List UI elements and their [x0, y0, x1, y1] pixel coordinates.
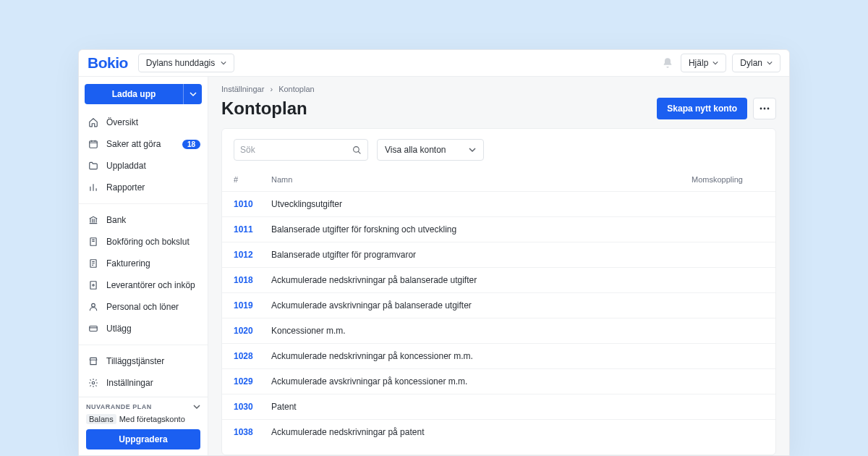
account-number: 1028	[234, 351, 271, 361]
filters: Visa alla konton	[222, 129, 775, 171]
sidebar-item-label: Översikt	[106, 117, 138, 127]
account-filter-select[interactable]: Visa alla konton	[377, 139, 484, 161]
sidebar-item-label: Bokföring och bokslut	[106, 237, 190, 247]
table-row[interactable]: 1020Koncessioner m.m.	[222, 318, 775, 343]
search-input[interactable]	[240, 145, 352, 155]
account-name: Ackumulerade avskrivningar på koncession…	[271, 376, 764, 387]
sidebar-item-expenses[interactable]: Utlägg	[79, 318, 208, 339]
sidebar-item-reports[interactable]: Rapporter	[79, 177, 208, 198]
todo-badge: 18	[182, 140, 200, 149]
sidebar-item-addons[interactable]: Tilläggstjänster	[79, 350, 208, 372]
sidebar-item-label: Tilläggstjänster	[106, 356, 164, 366]
account-number: 1018	[234, 275, 271, 285]
sidebar-item-settings[interactable]: Inställningar	[79, 372, 208, 394]
search-box[interactable]	[234, 139, 368, 161]
account-number: 1019	[234, 300, 271, 311]
app-window: Bokio Dylans hunddagis Hjälp Dylan Ladda…	[78, 49, 790, 456]
svg-point-5	[92, 303, 95, 307]
calendar-icon	[88, 138, 99, 150]
plan-rest: Med företagskonto	[119, 415, 185, 423]
sidebar-item-uploaded[interactable]: Uppladdat	[79, 155, 208, 177]
table-row[interactable]: 1011Balanserade utgifter för forskning o…	[222, 216, 775, 242]
table-row[interactable]: 1012Balanserade utgifter för programvaro…	[222, 242, 775, 267]
nav-tertiary: Tilläggstjänster Inställningar	[79, 349, 208, 395]
page-header: Kontoplan Skapa nytt konto	[208, 98, 789, 128]
svg-point-9	[764, 108, 766, 110]
table-row[interactable]: 1019Ackumulerade avskrivningar på balans…	[222, 292, 775, 318]
sidebar-item-label: Rapporter	[106, 182, 145, 193]
account-name: Ackumulerade nedskrivningar på koncessio…	[271, 351, 764, 361]
company-selector[interactable]: Dylans hunddagis	[138, 54, 234, 72]
account-name: Balanserade utgifter för forskning och u…	[271, 224, 764, 235]
account-name: Ackumulerade avskrivningar på balanserad…	[271, 300, 764, 311]
svg-point-7	[92, 381, 95, 384]
sidebar-item-bank[interactable]: Bank	[79, 209, 208, 231]
account-number: 1029	[234, 376, 271, 387]
plan-pill: Balans	[86, 414, 116, 424]
breadcrumb-item[interactable]: Inställningar	[221, 85, 264, 93]
plan-heading: NUVARANDE PLAN	[86, 403, 152, 410]
account-name: Koncessioner m.m.	[271, 326, 764, 336]
chevron-down-icon	[221, 60, 226, 66]
account-name: Balanserade utgifter för programvaror	[271, 250, 764, 260]
th-number: #	[234, 175, 271, 184]
sidebar-item-personnel[interactable]: Personal och löner	[79, 296, 208, 318]
topbar: Bokio Dylans hunddagis Hjälp Dylan	[79, 50, 789, 77]
table-row[interactable]: 1029Ackumulerade avskrivningar på konces…	[222, 368, 775, 394]
help-label: Hjälp	[689, 58, 708, 68]
table-panel: Visa alla konton # Namn Momskoppling 101…	[221, 128, 776, 455]
book-icon	[88, 236, 99, 248]
bank-icon	[88, 214, 99, 226]
svg-point-11	[354, 146, 359, 152]
breadcrumb-item: Kontoplan	[278, 85, 315, 93]
user-menu-button[interactable]: Dylan	[732, 54, 780, 72]
plan-line: BalansMed företagskonto	[86, 415, 200, 423]
plan-heading-row[interactable]: NUVARANDE PLAN	[86, 403, 200, 410]
nav-separator	[79, 345, 208, 345]
table-body: 1010Utvecklingsutgifter1011Balanserade u…	[222, 191, 775, 455]
chevron-down-icon	[712, 60, 718, 66]
sidebar-item-label: Saker att göra	[106, 139, 161, 149]
sidebar-item-label: Fakturering	[106, 258, 150, 269]
create-account-button[interactable]: Skapa nytt konto	[657, 98, 747, 119]
table-row[interactable]: 1030Patent	[222, 394, 775, 419]
sidebar-item-suppliers[interactable]: Leverantörer och inköp	[79, 274, 208, 296]
table-row[interactable]: 1010Utvecklingsutgifter	[222, 191, 775, 216]
table-row[interactable]: 1038Ackumulerade nedskrivningar på paten…	[222, 419, 775, 444]
content: Inställningar › Kontoplan Kontoplan Skap…	[208, 77, 789, 455]
sidebar-item-label: Personal och löner	[106, 302, 179, 312]
sidebar-item-label: Bank	[106, 215, 126, 225]
main-row: Ladda upp Översikt Saker att göra 18 U	[79, 77, 789, 455]
company-name: Dylans hunddagis	[146, 58, 215, 68]
chevron-right-icon: ›	[270, 85, 273, 93]
sidebar-item-overview[interactable]: Översikt	[79, 111, 208, 133]
bar-chart-icon	[88, 182, 99, 193]
sidebar-item-todo[interactable]: Saker att göra 18	[79, 133, 208, 155]
person-icon	[88, 301, 99, 313]
sidebar: Ladda upp Översikt Saker att göra 18 U	[79, 77, 208, 455]
account-number: 1012	[234, 250, 271, 260]
upload-button[interactable]: Ladda upp	[85, 84, 183, 104]
page-actions: Skapa nytt konto	[657, 98, 776, 119]
nav-secondary: Bank Bokföring och bokslut Fakturering L…	[79, 208, 208, 341]
svg-rect-6	[90, 326, 98, 332]
more-menu-button[interactable]	[753, 98, 776, 119]
sidebar-item-accounting[interactable]: Bokföring och bokslut	[79, 231, 208, 253]
page-title: Kontoplan	[221, 98, 307, 119]
nav-primary: Översikt Saker att göra 18 Uppladdat Rap…	[79, 110, 208, 200]
upload-chevron-button[interactable]	[183, 84, 202, 104]
receipt-icon	[88, 279, 99, 291]
dots-icon	[760, 107, 770, 110]
svg-rect-0	[90, 141, 98, 148]
table-row[interactable]: 1018Ackumulerade nedskrivningar på balan…	[222, 267, 775, 292]
bell-icon[interactable]	[662, 57, 673, 69]
breadcrumb: Inställningar › Kontoplan	[208, 77, 789, 98]
upgrade-button[interactable]: Uppgradera	[86, 429, 200, 449]
svg-rect-3	[90, 282, 96, 290]
account-number: 1038	[234, 427, 271, 437]
sidebar-item-invoicing[interactable]: Fakturering	[79, 253, 208, 274]
home-icon	[88, 117, 99, 128]
help-button[interactable]: Hjälp	[681, 54, 726, 72]
chevron-down-icon	[190, 90, 197, 98]
table-row[interactable]: 1028Ackumulerade nedskrivningar på konce…	[222, 343, 775, 368]
